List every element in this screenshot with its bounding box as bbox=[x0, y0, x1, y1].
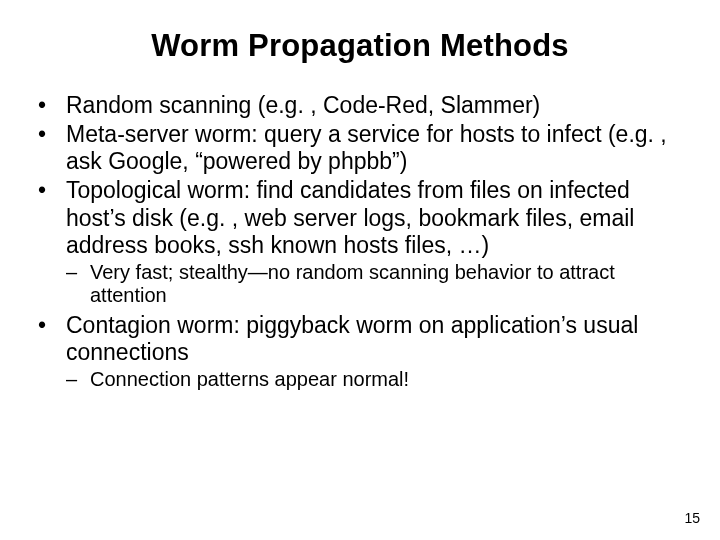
sub-bullet-text: Connection patterns appear normal! bbox=[90, 368, 409, 390]
page-number: 15 bbox=[684, 510, 700, 526]
list-item: Meta-server worm: query a service for ho… bbox=[34, 121, 682, 175]
slide: Worm Propagation Methods Random scanning… bbox=[0, 0, 720, 540]
list-item: Topological worm: find candidates from f… bbox=[34, 177, 682, 308]
sub-list: Connection patterns appear normal! bbox=[66, 368, 682, 392]
bullet-list: Random scanning (e.g. , Code-Red, Slamme… bbox=[34, 92, 686, 392]
sub-list-item: Connection patterns appear normal! bbox=[66, 368, 682, 392]
list-item: Random scanning (e.g. , Code-Red, Slamme… bbox=[34, 92, 682, 119]
sub-list: Very fast; stealthy—no random scanning b… bbox=[66, 261, 682, 308]
bullet-text: Topological worm: find candidates from f… bbox=[66, 177, 634, 257]
bullet-text: Contagion worm: piggyback worm on applic… bbox=[66, 312, 638, 365]
slide-title: Worm Propagation Methods bbox=[34, 28, 686, 64]
bullet-text: Random scanning (e.g. , Code-Red, Slamme… bbox=[66, 92, 540, 118]
bullet-text: Meta-server worm: query a service for ho… bbox=[66, 121, 667, 174]
sub-bullet-text: Very fast; stealthy—no random scanning b… bbox=[90, 261, 615, 307]
list-item: Contagion worm: piggyback worm on applic… bbox=[34, 312, 682, 392]
sub-list-item: Very fast; stealthy—no random scanning b… bbox=[66, 261, 682, 308]
